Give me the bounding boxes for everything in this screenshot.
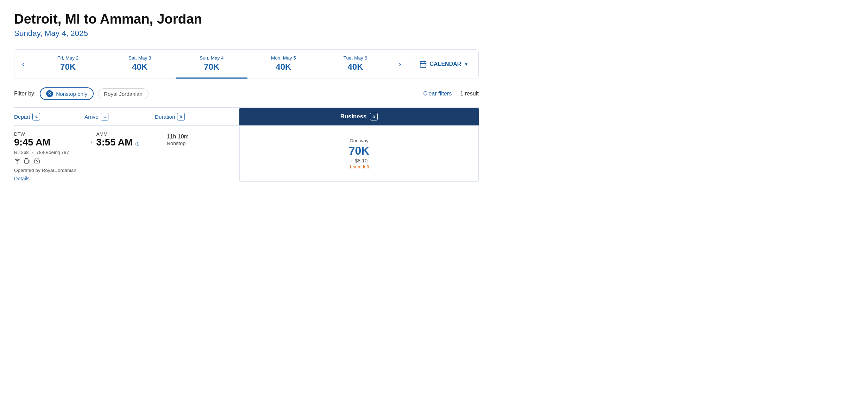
duration-time: 11h 10m	[167, 134, 232, 140]
filter-bar: Filter by: ✕ Nonstop only Royal Jordania…	[14, 87, 479, 100]
flight-arrow-icon: →	[87, 131, 94, 146]
filter-right: Clear filters | 1 result	[423, 91, 479, 97]
filter-by-label: Filter by:	[14, 91, 36, 97]
flight-depart-block: DTW 9:45 AM	[14, 131, 84, 148]
duration-sort-icon[interactable]: ⇅	[177, 113, 185, 120]
price-card[interactable]: One way 70K + $8.10 1 seat left	[239, 126, 479, 182]
calendar-button[interactable]: CALENDAR ▼	[409, 50, 478, 79]
operated-by: Operated by Royal Jordanian	[14, 168, 232, 173]
nonstop-chip-label: Nonstop only	[56, 91, 87, 97]
business-label: Business	[340, 113, 367, 120]
date-next-button[interactable]: ›	[391, 50, 409, 79]
arrive-time: 3:55 AM	[96, 137, 133, 148]
date-item-4[interactable]: Tue, May 6 40K	[319, 50, 391, 79]
date-price-1: 40K	[108, 62, 171, 72]
flight-duration-block: 11h 10m Nonstop	[167, 134, 232, 146]
airline-filter-chip[interactable]: Royal Jordanian	[98, 88, 149, 99]
date-price-3: 40K	[252, 62, 315, 72]
date-price-4: 40K	[323, 62, 387, 72]
date-item-2[interactable]: Sun, May 4 70K	[176, 50, 247, 79]
details-link[interactable]: Details	[14, 176, 30, 181]
flight-row: DTW 9:45 AM → AMM 3:55 AM +1 11h 10m Non…	[14, 125, 479, 185]
result-count: 1 result	[460, 91, 479, 97]
date-item-1[interactable]: Sat, May 3 40K	[104, 50, 176, 79]
date-item-0[interactable]: Fri, May 2 70K	[32, 50, 104, 79]
column-headers: Depart ⇅ Arrive ⇅ Duration ⇅	[14, 108, 239, 125]
date-prev-button[interactable]: ‹	[14, 50, 32, 79]
filter-divider: |	[455, 91, 457, 97]
svg-rect-0	[420, 62, 426, 68]
date-label-4: Tue, May 6	[323, 55, 387, 61]
nonstop-label: Nonstop	[167, 141, 232, 146]
meta-dot-sep: ●	[32, 150, 34, 154]
price-cash: + $8.10	[351, 158, 367, 163]
duration-column-header[interactable]: Duration ⇅	[155, 113, 239, 120]
one-way-label: One way	[350, 138, 369, 143]
flight-meta: RJ 268 ● 788-Boeing 787	[14, 150, 232, 155]
date-item-3[interactable]: Mon, May 5 40K	[247, 50, 319, 79]
results-header-row: Depart ⇅ Arrive ⇅ Duration ⇅ Business ⇅	[14, 107, 479, 125]
arrive-sort-icon[interactable]: ⇅	[101, 113, 108, 120]
depart-column-header[interactable]: Depart ⇅	[14, 113, 84, 120]
meal-icon	[24, 158, 30, 166]
calendar-dropdown-icon: ▼	[464, 62, 468, 67]
date-label-0: Fri, May 2	[36, 55, 100, 61]
clear-filters-link[interactable]: Clear filters	[423, 91, 452, 97]
calendar-label: CALENDAR	[430, 61, 461, 67]
depart-sort-icon[interactable]: ⇅	[32, 113, 40, 120]
depart-time: 9:45 AM	[14, 137, 84, 148]
flight-arrive-block: AMM 3:55 AM +1	[96, 131, 167, 148]
date-price-0: 70K	[36, 62, 100, 72]
flight-times: DTW 9:45 AM → AMM 3:55 AM +1 11h 10m Non…	[14, 131, 232, 148]
calendar-icon	[419, 60, 427, 68]
aircraft-type: 788-Boeing 787	[36, 150, 69, 155]
business-column-header[interactable]: Business ⇅	[239, 108, 479, 125]
date-price-2: 70K	[180, 62, 243, 72]
duration-label: Duration	[155, 114, 175, 120]
depart-label: Depart	[14, 114, 30, 120]
arrive-time-row: 3:55 AM +1	[96, 137, 167, 148]
airline-chip-label: Royal Jordanian	[104, 91, 143, 97]
usb-icon	[34, 158, 40, 166]
svg-point-4	[17, 163, 18, 163]
business-sort-icon[interactable]: ⇅	[370, 113, 378, 120]
seats-left: 1 seat left	[349, 164, 369, 169]
wifi-icon	[14, 158, 20, 166]
arrive-label: Arrive	[84, 114, 99, 120]
flight-amenities	[14, 158, 232, 166]
date-label-3: Mon, May 5	[252, 55, 315, 61]
arrive-column-header[interactable]: Arrive ⇅	[84, 113, 155, 120]
nonstop-filter-chip[interactable]: ✕ Nonstop only	[40, 87, 94, 100]
date-nav: ‹ Fri, May 2 70K Sat, May 3 40K Sun, May…	[14, 49, 479, 79]
page-title: Detroit, MI to Amman, Jordan	[14, 11, 479, 27]
remove-nonstop-icon[interactable]: ✕	[46, 90, 53, 97]
date-label-1: Sat, May 3	[108, 55, 171, 61]
date-label-2: Sun, May 4	[180, 55, 243, 61]
arrive-plus-day: +1	[134, 142, 139, 147]
depart-airport-code: DTW	[14, 131, 84, 137]
price-points: 70K	[349, 145, 370, 157]
page-subtitle: Sunday, May 4, 2025	[14, 29, 479, 38]
flight-number: RJ 268	[14, 150, 29, 155]
date-items: Fri, May 2 70K Sat, May 3 40K Sun, May 4…	[32, 50, 391, 79]
flight-info: DTW 9:45 AM → AMM 3:55 AM +1 11h 10m Non…	[14, 131, 239, 182]
arrive-airport-code: AMM	[96, 131, 167, 137]
